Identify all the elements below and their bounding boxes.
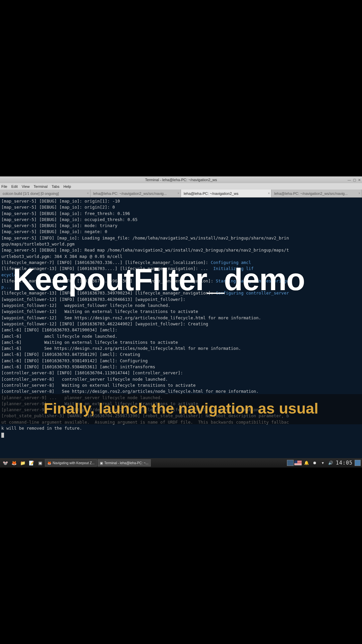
terminal-line: [waypoint_follower-12] See https://desig… bbox=[1, 315, 361, 321]
tab-label: colcon build [1/1 done] [0 ongoing] bbox=[3, 192, 59, 196]
tab-label: leha@leha-PC: ~/navigation2_ws bbox=[184, 192, 238, 196]
task-label: Terminal - leha@leha-PC: ~... bbox=[104, 461, 148, 465]
tab-label: leha@leha-PC: ~/navigation2_ws/src/navig… bbox=[274, 192, 348, 196]
terminal-line: [controller_server-8] See https://design… bbox=[1, 388, 361, 394]
taskbar-item-terminal[interactable]: ▣ Terminal - leha@leha-PC: ~... bbox=[98, 459, 151, 467]
file-manager-icon[interactable]: 📁 bbox=[19, 459, 27, 467]
editor-icon[interactable]: 📝 bbox=[27, 459, 36, 467]
firefox-icon[interactable]: 🦊 bbox=[10, 459, 18, 467]
terminal-tab-4[interactable]: leha@leha-PC: ~/navigation2_ws/src/navig… bbox=[272, 190, 362, 197]
tabbar: colcon build [1/1 done] [0 ongoing] × le… bbox=[0, 190, 362, 198]
terminal-line: [map_server-5] [DEBUG] [map_io]: negate:… bbox=[1, 229, 361, 235]
keyboard-layout-icon[interactable] bbox=[294, 461, 302, 465]
terminal-line: [amcl-6] See https://design.ros2.org/art… bbox=[1, 345, 361, 352]
terminal-line: [map_server-5] [DEBUG] [map_io]: mode: t… bbox=[1, 223, 361, 229]
screen-record-icon[interactable]: ⏺ bbox=[312, 460, 318, 466]
terminal-tab-1[interactable]: colcon build [1/1 done] [0 ongoing] × bbox=[0, 190, 90, 197]
terminal-line: [controller_server-8] [INFO] [1601636704… bbox=[1, 370, 361, 376]
menu-file[interactable]: File bbox=[1, 184, 7, 189]
system-tray-app-icon[interactable] bbox=[287, 460, 294, 466]
video-overlay-title: KeepoutFilter_demo bbox=[13, 262, 305, 297]
taskbar-item-browser[interactable]: 🦊 Navigating with Keepout Z... bbox=[45, 459, 97, 467]
terminal-tab-3[interactable]: leha@leha-PC: ~/navigation2_ws × bbox=[181, 190, 272, 197]
menu-help[interactable]: Help bbox=[63, 184, 71, 189]
taskbar: 🐭 🦊 📁 📝 ▣ 🦊 Navigating with Keepout Z...… bbox=[0, 458, 362, 468]
terminal-line: [amcl-6] [INFO] [1601636703.938149142] [… bbox=[1, 358, 361, 364]
terminal-line: [map_server-5] [INFO] [map_io]: Loading … bbox=[1, 235, 361, 241]
close-icon[interactable]: ✕ bbox=[358, 178, 361, 182]
terminal-line: k will be removed in the future. bbox=[1, 425, 361, 431]
terminal-line: [waypoint_follower-12] [INFO] [160163670… bbox=[1, 321, 361, 327]
firefox-icon: 🦊 bbox=[47, 461, 51, 465]
menu-tabs[interactable]: Tabs bbox=[52, 184, 59, 189]
terminal-line: [map_server-5] [DEBUG] [map_io]: free_th… bbox=[1, 211, 361, 217]
window-controls: — ▢ ✕ bbox=[348, 178, 361, 182]
terminal-line: [map_server-5] [DEBUG] [map_io]: origin[… bbox=[1, 204, 361, 210]
video-overlay-caption: Finally, launch the navigation as usual bbox=[0, 400, 362, 417]
menubar: File Edit View Terminal Tabs Help bbox=[0, 183, 362, 190]
terminal-line: [controller_server-8] controller_server … bbox=[1, 376, 361, 382]
window-title: Terminal - leha@leha-PC: ~/navigation2_w… bbox=[145, 178, 217, 182]
minimize-icon[interactable]: — bbox=[348, 178, 351, 182]
menu-view[interactable]: View bbox=[22, 184, 30, 189]
menu-edit[interactable]: Edit bbox=[11, 184, 18, 189]
menu-terminal[interactable]: Terminal bbox=[34, 184, 48, 189]
terminal-line: [amcl-6] [INFO] [1601636703.938485361] [… bbox=[1, 364, 361, 370]
terminal-line: urtlebot3_world.pgm: 384 X 384 map @ 0.0… bbox=[1, 254, 361, 260]
tab-close-icon[interactable]: × bbox=[358, 192, 360, 195]
terminal-line: [controller_server-8] Waiting on externa… bbox=[1, 382, 361, 388]
terminal-line: [amcl-6] [INFO] [1601636703.847358129] [… bbox=[1, 352, 361, 358]
terminal-line: [amcl-6] Waiting on external lifecycle t… bbox=[1, 339, 361, 345]
terminal-line: [waypoint_follower-12] waypoint_follower… bbox=[1, 303, 361, 309]
terminal-line: [map_server-5] [DEBUG] [map_io]: origin[… bbox=[1, 198, 361, 204]
terminal-launcher-icon[interactable]: ▣ bbox=[36, 459, 44, 467]
terminal-line: [waypoint_follower-12] [INFO] [160163670… bbox=[1, 297, 361, 303]
terminal-line: [waypoint_follower-12] Waiting on extern… bbox=[1, 309, 361, 315]
tab-close-icon[interactable]: × bbox=[177, 192, 179, 195]
tab-close-icon[interactable]: × bbox=[87, 192, 89, 195]
window-titlebar[interactable]: Terminal - leha@leha-PC: ~/navigation2_w… bbox=[0, 176, 362, 183]
maximize-icon[interactable]: ▢ bbox=[353, 178, 356, 182]
terminal-cursor bbox=[1, 433, 4, 438]
show-desktop-icon[interactable] bbox=[355, 460, 361, 466]
terminal-line: [map_server-5] [DEBUG] [map_io]: occupie… bbox=[1, 217, 361, 223]
volume-icon[interactable]: 🔊 bbox=[328, 460, 334, 466]
terminal-line: [amcl-6] amcl lifecycle node launched. bbox=[1, 333, 361, 339]
tab-label: leha@leha-PC: ~/navigation2_ws/src/navig… bbox=[93, 192, 167, 196]
start-menu-icon[interactable]: 🐭 bbox=[1, 459, 9, 467]
system-tray: 🔔 ⏺ ▾ 🔊 14:05 bbox=[294, 460, 361, 466]
terminal-icon: ▣ bbox=[100, 461, 103, 465]
terminal-line: [amcl-6] [INFO] [1601636703.847190034] [… bbox=[1, 327, 361, 333]
terminal-tab-2[interactable]: leha@leha-PC: ~/navigation2_ws/src/navig… bbox=[90, 190, 181, 197]
terminal-line: [map_server-5] [DEBUG] [map_io]: Read ma… bbox=[1, 247, 361, 253]
terminal-line: gup/maps/turtlebot3_world.pgm bbox=[1, 241, 361, 247]
battery-icon[interactable]: ▾ bbox=[320, 460, 326, 466]
task-label: Navigating with Keepout Z... bbox=[53, 461, 95, 465]
tab-close-icon[interactable]: × bbox=[268, 192, 270, 195]
clock[interactable]: 14:05 bbox=[336, 460, 353, 466]
notifications-icon[interactable]: 🔔 bbox=[304, 460, 310, 466]
